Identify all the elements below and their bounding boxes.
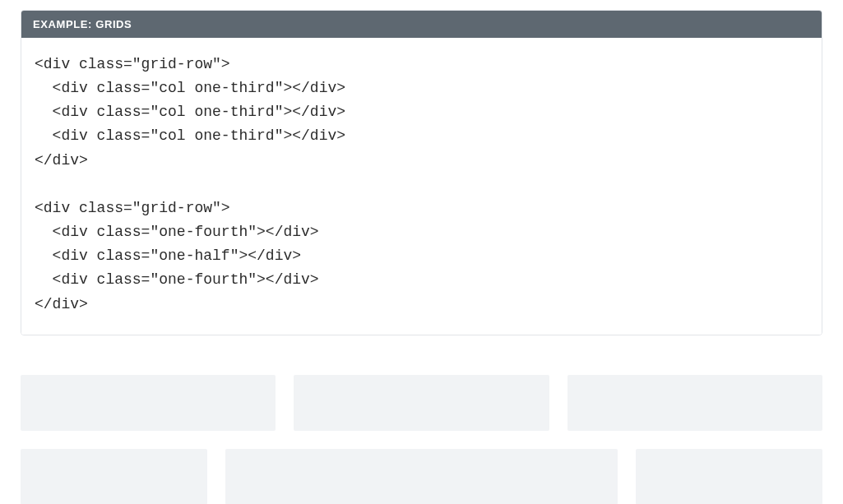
grid-column-one-fourth [636,449,822,504]
grid-column-one-half [225,449,618,504]
grid-column-one-fourth [21,449,207,504]
example-header: EXAMPLE: GRIDS [21,11,822,38]
grid-column-one-third [567,375,822,431]
code-block: <div class="grid-row"> <div class="col o… [35,53,808,317]
grid-column-one-third [294,375,549,431]
grid-demo [21,375,822,504]
example-body: <div class="grid-row"> <div class="col o… [21,38,822,335]
grid-row [21,375,822,431]
grid-row [21,449,822,504]
example-panel: EXAMPLE: GRIDS <div class="grid-row"> <d… [21,10,822,335]
grid-column-one-third [21,375,276,431]
